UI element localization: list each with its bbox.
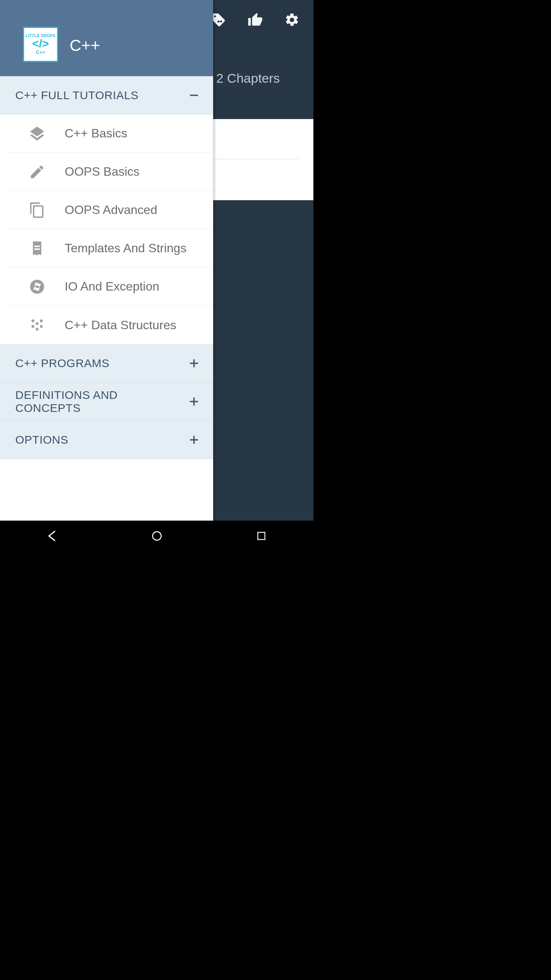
home-button[interactable]: [145, 524, 168, 547]
section-label: C++ FULL TUTORIALS: [15, 89, 139, 102]
item-label: C++ Basics: [65, 126, 127, 140]
tutorials-items: C++ Basics OOPS Basics OOPS Advanced Tem…: [0, 114, 213, 344]
svg-point-1: [31, 319, 34, 322]
svg-rect-14: [258, 532, 265, 540]
tutorial-item-templates[interactable]: Templates And Strings: [8, 229, 213, 268]
svg-point-4: [31, 325, 34, 328]
section-label: OPTIONS: [15, 433, 68, 446]
plus-icon: [186, 432, 202, 448]
pencil-icon: [29, 163, 46, 180]
section-tutorials[interactable]: C++ FULL TUTORIALS: [0, 76, 213, 114]
copy-icon: [29, 202, 46, 219]
item-label: Templates And Strings: [65, 241, 186, 255]
svg-point-3: [40, 319, 42, 322]
section-options[interactable]: OPTIONS: [0, 421, 213, 459]
app-logo: LITTLE DROPS </> C++: [23, 27, 58, 62]
svg-point-13: [152, 532, 161, 541]
plus-icon: [186, 356, 202, 371]
item-label: IO And Exception: [65, 279, 159, 294]
svg-point-6: [36, 328, 38, 330]
tutorial-item-oops-basics[interactable]: OOPS Basics: [8, 153, 213, 191]
item-label: OOPS Advanced: [65, 203, 157, 217]
recent-button[interactable]: [250, 524, 273, 547]
navigation-drawer: LITTLE DROPS </> C++ C++ C++ FULL TUTORI…: [0, 0, 213, 521]
section-definitions[interactable]: DEFINITIONS AND CONCEPTS: [0, 382, 213, 421]
logo-subtitle: C++: [36, 49, 46, 55]
code-icon: </>: [32, 38, 49, 49]
system-navbar: [0, 521, 313, 551]
settings-button[interactable]: [283, 11, 301, 29]
tutorial-item-data-structures[interactable]: C++ Data Structures: [8, 306, 213, 344]
plus-icon: [186, 394, 202, 409]
section-label: C++ PROGRAMS: [15, 357, 109, 370]
section-label: DEFINITIONS AND CONCEPTS: [15, 389, 186, 415]
item-label: C++ Data Structures: [65, 318, 176, 332]
tutorial-item-oops-advanced[interactable]: OOPS Advanced: [8, 191, 213, 229]
minus-icon: [186, 88, 202, 103]
receipt-icon: [29, 240, 46, 257]
tutorial-item-io-exception[interactable]: IO And Exception: [8, 268, 213, 306]
app-title: C++: [70, 36, 100, 55]
grain-icon: [29, 317, 46, 333]
layers-icon: [29, 125, 46, 142]
item-label: OOPS Basics: [65, 165, 140, 179]
like-button[interactable]: [246, 11, 264, 29]
background-divider: [213, 159, 298, 159]
chapters-count: 2 Chapters: [216, 71, 280, 86]
drawer-header: LITTLE DROPS </> C++ C++: [0, 0, 213, 76]
svg-point-2: [36, 322, 38, 325]
svg-point-5: [40, 325, 42, 328]
background-card: [213, 119, 313, 200]
tutorial-item-basics[interactable]: C++ Basics: [8, 114, 213, 153]
section-programs[interactable]: C++ PROGRAMS: [0, 344, 213, 382]
back-button[interactable]: [41, 524, 64, 547]
aperture-icon: [29, 278, 46, 295]
